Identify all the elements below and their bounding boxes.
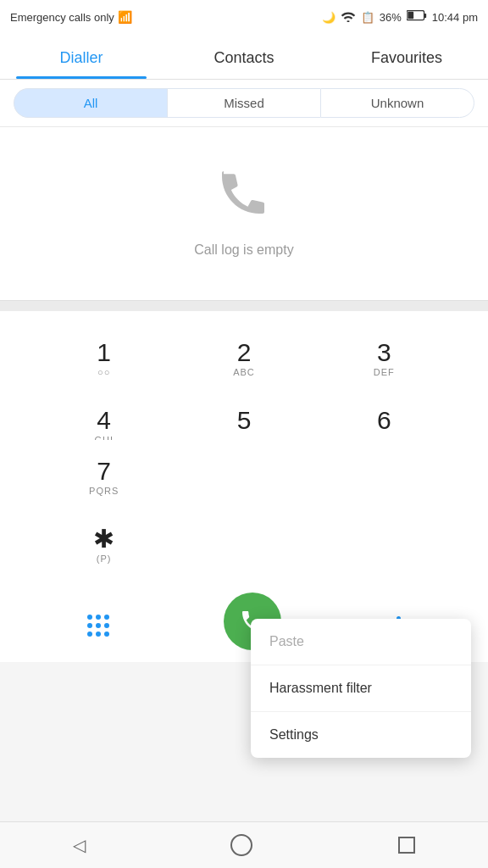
filter-all[interactable]: All (14, 88, 167, 118)
keypad-row-4: ✱ (P) 0 + # (W) (34, 515, 454, 576)
keypad-row-1: 1 ○○ 2 ABC 3 DEF (34, 328, 454, 389)
keypad-row-3: 7 PQRS 8 TUV 9 WXYZ (34, 447, 454, 508)
dialpad-button[interactable] (79, 606, 118, 645)
filter-bar: All Missed Unknown (0, 80, 488, 127)
wifi-icon (341, 10, 356, 25)
tab-dialler[interactable]: Dialler (0, 34, 163, 79)
key-7[interactable]: 7 PQRS (34, 447, 174, 508)
empty-call-icon (210, 161, 278, 229)
top-nav: Dialler Contacts Favourites (0, 34, 488, 80)
battery-percentage: 36% (380, 11, 402, 24)
menu-settings[interactable]: Settings (251, 712, 471, 758)
svg-rect-1 (408, 12, 413, 19)
menu-paste[interactable]: Paste (251, 619, 471, 665)
menu-harassment-filter[interactable]: Harassment filter (251, 665, 471, 712)
status-bar: Emergency calls only 📶 🌙 📋 36% 10:44 pm (0, 0, 488, 34)
nav-bar: ◁ (0, 821, 488, 868)
section-divider (0, 301, 488, 311)
home-button[interactable] (230, 834, 252, 856)
keypad-row-2: 4 GHI 5 JKL 6 MNO (34, 396, 454, 440)
status-left: Emergency calls only 📶 (10, 10, 132, 24)
dialpad-icon (87, 615, 109, 637)
key-4[interactable]: 4 GHI (34, 396, 174, 440)
key-star[interactable]: ✱ (P) (34, 515, 174, 576)
call-log-area: Call log is empty (0, 127, 488, 301)
tab-contacts[interactable]: Contacts (163, 34, 325, 79)
key-2[interactable]: 2 ABC (174, 328, 313, 389)
filter-unknown[interactable]: Unknown (320, 88, 474, 118)
battery-icon (407, 10, 427, 24)
status-right: 🌙 📋 36% 10:44 pm (322, 10, 478, 25)
back-button[interactable]: ◁ (73, 835, 86, 855)
tab-favourites[interactable]: Favourites (325, 34, 488, 79)
context-menu: Paste Harassment filter Settings (251, 619, 471, 758)
key-5[interactable]: 5 JKL (174, 396, 313, 440)
call-log-empty-text: Call log is empty (194, 242, 293, 258)
svg-rect-2 (424, 14, 426, 18)
key-6[interactable]: 6 MNO (314, 396, 454, 440)
moon-icon: 🌙 (322, 11, 336, 24)
time: 10:44 pm (432, 11, 478, 24)
keypad: 1 ○○ 2 ABC 3 DEF 4 GHI 5 JKL 6 MNO 7 PQR… (0, 311, 488, 591)
recent-button[interactable] (398, 837, 415, 854)
signal-icon: 📶 (118, 10, 132, 24)
key-3[interactable]: 3 DEF (314, 328, 454, 389)
sim-icon: 📋 (361, 11, 374, 24)
key-1[interactable]: 1 ○○ (34, 328, 174, 389)
filter-missed[interactable]: Missed (167, 88, 320, 118)
emergency-calls-text: Emergency calls only (10, 11, 114, 24)
